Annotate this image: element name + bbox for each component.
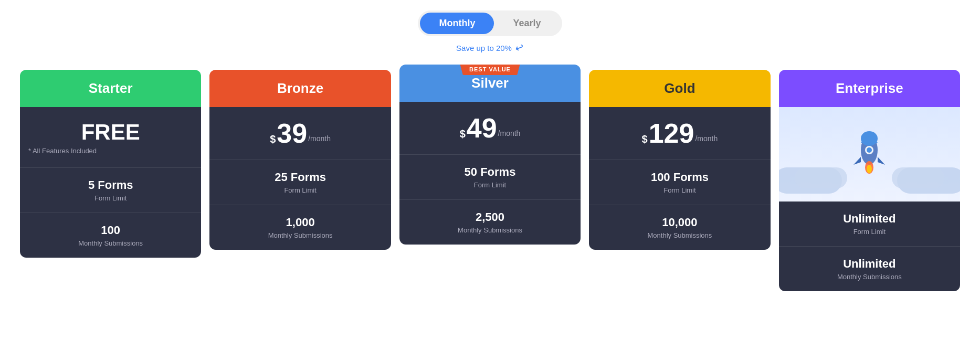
save-text: Save up to 20% (456, 44, 512, 52)
starter-forms-section: 5 Forms Form Limit (20, 168, 201, 213)
silver-submissions-label: Monthly Submissions (408, 226, 572, 234)
best-value-badge: BEST VALUE (460, 65, 520, 75)
yearly-toggle-btn[interactable]: Yearly (494, 13, 560, 34)
plan-starter: Starter FREE * All Features Included 5 F… (20, 70, 201, 258)
monthly-toggle-btn[interactable]: Monthly (420, 13, 494, 34)
bronze-price-number: 39 (277, 120, 307, 147)
gold-title: Gold (599, 80, 760, 97)
starter-price-value: FREE (81, 120, 140, 145)
svg-point-3 (867, 147, 872, 153)
starter-body: FREE * All Features Included 5 Forms For… (20, 107, 201, 258)
bronze-price-period: /month (308, 134, 331, 147)
save-text-container: Save up to 20% ↩ (456, 41, 524, 54)
silver-forms-section: 50 Forms Form Limit (399, 155, 581, 200)
gold-forms-value: 100 Forms (597, 171, 762, 184)
bronze-title: Bronze (220, 80, 380, 97)
enterprise-title: Enterprise (789, 80, 950, 97)
plans-container: Starter FREE * All Features Included 5 F… (10, 70, 970, 291)
silver-price-section: $ 49 /month (399, 102, 581, 155)
silver-price-number: 49 (467, 114, 497, 142)
silver-dollar: $ (460, 128, 466, 140)
starter-submissions-value: 100 (28, 224, 193, 237)
starter-forms-value: 5 Forms (28, 178, 193, 192)
starter-forms-label: Form Limit (28, 194, 193, 202)
enterprise-submissions-label: Monthly Submissions (787, 273, 952, 281)
plan-bronze: Bronze $ 39 /month 25 Forms Form Limit 1… (209, 70, 391, 250)
bronze-price-section: $ 39 /month (209, 107, 391, 160)
silver-forms-label: Form Limit (408, 181, 572, 189)
gold-body: $ 129 /month 100 Forms Form Limit 10,000… (589, 107, 770, 250)
enterprise-illustration (779, 107, 960, 201)
silver-forms-value: 50 Forms (408, 165, 572, 179)
plan-gold: Gold $ 129 /month 100 Forms Form Limit 1… (589, 70, 770, 250)
arrow-icon: ↩ (513, 40, 525, 55)
gold-forms-label: Form Limit (597, 186, 762, 194)
plan-enterprise: Enterprise (779, 70, 960, 291)
svg-point-5 (867, 165, 872, 173)
bronze-header: Bronze (209, 70, 391, 107)
gold-price-section: $ 129 /month (589, 107, 770, 160)
bronze-forms-value: 25 Forms (218, 171, 382, 184)
enterprise-body: Unlimited Form Limit Unlimited Monthly S… (779, 107, 960, 291)
starter-price-display: FREE (28, 120, 193, 145)
gold-forms-section: 100 Forms Form Limit (589, 160, 770, 205)
bronze-submissions-section: 1,000 Monthly Submissions (209, 205, 391, 250)
plan-silver: BEST VALUE Silver $ 49 /month 50 Forms F… (399, 65, 581, 245)
silver-price-display: $ 49 /month (408, 114, 572, 142)
gold-submissions-label: Monthly Submissions (597, 231, 762, 239)
bronze-submissions-label: Monthly Submissions (218, 231, 382, 239)
silver-title: Silver (410, 75, 570, 91)
silver-submissions-value: 2,500 (408, 210, 572, 224)
silver-price-period: /month (498, 129, 521, 142)
enterprise-forms-section: Unlimited Form Limit (779, 201, 960, 247)
cloud-left-2 (795, 167, 847, 188)
gold-submissions-section: 10,000 Monthly Submissions (589, 205, 770, 250)
gold-price-number: 129 (649, 120, 694, 147)
starter-price-section: FREE * All Features Included (20, 107, 201, 168)
starter-submissions-section: 100 Monthly Submissions (20, 213, 201, 258)
cloud-right-2 (892, 167, 944, 188)
bronze-dollar: $ (270, 133, 276, 145)
enterprise-forms-label: Form Limit (787, 228, 952, 236)
gold-header: Gold (589, 70, 770, 107)
starter-price-subtitle: * All Features Included (28, 147, 193, 155)
bronze-forms-section: 25 Forms Form Limit (209, 160, 391, 205)
gold-submissions-value: 10,000 (597, 216, 762, 229)
rocket-icon (848, 128, 890, 181)
gold-dollar: $ (642, 133, 648, 145)
starter-header: Starter (20, 70, 201, 107)
enterprise-header: Enterprise (779, 70, 960, 107)
billing-toggle[interactable]: Monthly Yearly (418, 10, 562, 36)
gold-price-display: $ 129 /month (597, 120, 762, 147)
enterprise-submissions-value: Unlimited (787, 257, 952, 271)
enterprise-submissions-section: Unlimited Monthly Submissions (779, 247, 960, 291)
starter-submissions-label: Monthly Submissions (28, 239, 193, 247)
bronze-body: $ 39 /month 25 Forms Form Limit 1,000 Mo… (209, 107, 391, 250)
bronze-submissions-value: 1,000 (218, 216, 382, 229)
bronze-forms-label: Form Limit (218, 186, 382, 194)
gold-price-period: /month (695, 134, 718, 147)
bronze-price-display: $ 39 /month (218, 120, 382, 147)
enterprise-forms-value: Unlimited (787, 212, 952, 226)
silver-submissions-section: 2,500 Monthly Submissions (399, 200, 581, 245)
starter-title: Starter (30, 80, 191, 97)
silver-body: $ 49 /month 50 Forms Form Limit 2,500 Mo… (399, 102, 581, 245)
